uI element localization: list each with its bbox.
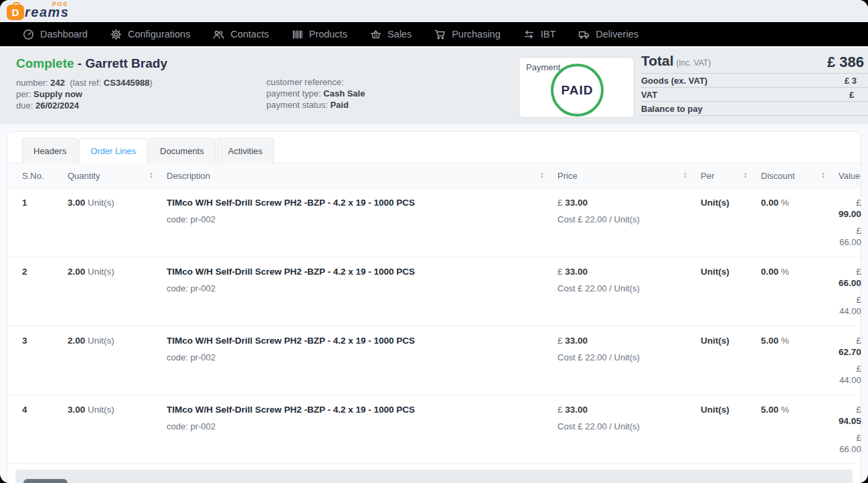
row-value-sub: £ 66.00 — [839, 432, 861, 455]
row-product-code: code: pr-002 — [167, 283, 557, 294]
goods-ex-vat-label: Goods (ex. VAT) — [641, 76, 707, 86]
row-value: £ 66.00 £ 44.00 — [839, 266, 865, 317]
row-description: TIMco W/H Self-Drill Screw PH2 -BZP - 4.… — [167, 197, 557, 248]
sort-icon[interactable]: ▲▼ — [821, 172, 825, 179]
nav-item-contacts[interactable]: Contacts — [201, 22, 280, 46]
configurations-icon — [110, 29, 122, 40]
main-nav: Dashboard Configurations Contacts Produc… — [0, 22, 868, 46]
nav-label: Contacts — [230, 29, 268, 40]
totals-title-row: Total(inc. VAT) £ 386 — [641, 53, 868, 74]
vat-row: VAT £ — [641, 88, 868, 102]
nav-label: Deliveries — [596, 29, 638, 40]
payment-type: Cash Sale — [323, 88, 365, 98]
table-row: 3 2.00 Unit(s) TIMco W/H Self-Drill Scre… — [7, 326, 861, 395]
col-header-value[interactable]: Value — [839, 171, 860, 181]
payment-status: Paid — [330, 100, 348, 110]
balance-to-pay-label: Balance to pay — [641, 104, 703, 114]
goods-ex-vat-row: Goods (ex. VAT) £ 3 — [641, 74, 868, 88]
row-cost: Cost £ 22.00 / Unit(s) — [557, 352, 701, 363]
paid-badge: PAID — [551, 64, 604, 117]
row-per: Unit(s) — [701, 335, 761, 386]
nav-item-ibt[interactable]: IBT — [512, 22, 568, 46]
row-discount: 5.00 % — [761, 335, 839, 386]
row-discount: 5.00 % — [761, 404, 839, 455]
dashboard-icon — [23, 29, 34, 40]
tab-documents[interactable]: Documents — [149, 138, 215, 163]
contacts-icon — [213, 29, 224, 40]
brand-logo[interactable]: D reams POS — [7, 0, 69, 22]
totals-subtitle: (inc. VAT) — [677, 58, 711, 68]
col-header-per[interactable]: Per▲▼ — [701, 171, 761, 181]
tab-activities[interactable]: Activities — [217, 138, 274, 163]
row-description: TIMco W/H Self-Drill Screw PH2 -BZP - 4.… — [167, 335, 557, 386]
col-header-description[interactable]: Description▲▼ — [167, 171, 557, 181]
row-value-sub: £ 66.00 — [839, 225, 861, 248]
nav-label: Configurations — [128, 29, 191, 40]
nav-label: IBT — [541, 29, 556, 40]
order-due-line: due: 26/02/2024 — [16, 100, 167, 111]
nav-item-sales[interactable]: Sales — [359, 22, 423, 46]
table-row: 2 2.00 Unit(s) TIMco W/H Self-Drill Scre… — [7, 257, 861, 326]
brand-bag-icon: D — [7, 5, 24, 20]
order-header: Complete - Garrett Brady number: 242 (la… — [0, 48, 868, 124]
row-value-sub: £ 44.00 — [839, 294, 861, 317]
customer-reference-line: customer reference: — [266, 76, 365, 88]
row-value: £ 99.00 £ 66.00 — [839, 197, 865, 248]
last-ref: CS3445988 — [104, 78, 150, 88]
nav-item-purchasing[interactable]: Purchasing — [423, 22, 512, 46]
row-price: £ 33.00 Cost £ 22.00 / Unit(s) — [557, 197, 701, 248]
row-per: Unit(s) — [701, 266, 761, 317]
order-number: 242 — [50, 78, 65, 88]
row-discount: 0.00 % — [761, 266, 839, 317]
row-price: £ 33.00 Cost £ 22.00 / Unit(s) — [557, 266, 701, 317]
close-button[interactable]: Close — [23, 479, 68, 483]
row-price: £ 33.00 Cost £ 22.00 / Unit(s) — [557, 404, 701, 455]
sort-icon[interactable]: ▲▼ — [683, 172, 687, 179]
deliveries-icon — [578, 29, 590, 40]
row-description: TIMco W/H Self-Drill Screw PH2 -BZP - 4.… — [167, 404, 557, 455]
col-header-quantity[interactable]: Quantity▲▼ — [68, 171, 167, 181]
row-quantity: 2.00 Unit(s) — [68, 266, 167, 317]
nav-item-products[interactable]: Products — [280, 22, 359, 46]
row-product-code: code: pr-002 — [167, 421, 557, 432]
app-window: D reams POS Dashboard Configurations Con… — [0, 0, 868, 483]
row-value: £ 94.05 £ 66.00 — [839, 404, 865, 455]
purchasing-icon — [434, 29, 446, 40]
vat-value: £ — [849, 90, 854, 100]
row-sno: 2 — [22, 266, 68, 317]
totals-panel: Total(inc. VAT) £ 386 Goods (ex. VAT) £ … — [641, 53, 868, 116]
row-value: £ 62.70 £ 44.00 — [839, 335, 865, 386]
per-value: Supply now — [33, 89, 82, 99]
row-quantity: 2.00 Unit(s) — [68, 335, 167, 386]
col-header-price[interactable]: Price▲▼ — [557, 171, 701, 181]
row-discount: 0.00 % — [761, 197, 839, 248]
order-per-line: per: Supply now — [16, 88, 167, 100]
sort-icon[interactable]: ▲▼ — [744, 172, 748, 179]
goods-ex-vat-value: £ 3 — [845, 76, 857, 86]
payment-status-line: payment status: Paid — [266, 99, 365, 111]
tab-headers[interactable]: Headers — [22, 138, 78, 163]
nav-item-configurations[interactable]: Configurations — [99, 22, 202, 46]
order-status: Complete — [16, 56, 74, 70]
col-header-discount[interactable]: Discount▲▼ — [761, 171, 839, 181]
nav-item-dashboard[interactable]: Dashboard — [11, 22, 99, 46]
payment-card: Payment PAID — [519, 57, 634, 118]
sort-icon[interactable]: ▲▼ — [540, 172, 544, 179]
top-brand-bar: D reams POS — [0, 0, 868, 22]
row-per: Unit(s) — [701, 404, 761, 455]
nav-item-deliveries[interactable]: Deliveries — [567, 22, 650, 46]
tab-bar: Headers Order Lines Documents Activities — [7, 132, 861, 163]
nav-label: Dashboard — [40, 29, 88, 40]
row-sno: 4 — [22, 404, 68, 455]
row-quantity: 3.00 Unit(s) — [68, 197, 167, 248]
products-icon — [292, 29, 303, 40]
order-summary: Complete - Garrett Brady number: 242 (la… — [16, 56, 167, 111]
tab-order-lines[interactable]: Order Lines — [79, 138, 147, 163]
table-header-row: S.No. Quantity▲▼ Description▲▼ Price▲▼ P… — [7, 163, 861, 188]
sort-icon[interactable]: ▲▼ — [149, 172, 153, 179]
totals-title: Total — [641, 53, 674, 68]
row-quantity: 3.00 Unit(s) — [68, 404, 167, 455]
table-row: 1 3.00 Unit(s) TIMco W/H Self-Drill Scre… — [7, 188, 861, 257]
customer-name: Garrett Brady — [85, 56, 167, 70]
nav-label: Sales — [387, 29, 412, 40]
